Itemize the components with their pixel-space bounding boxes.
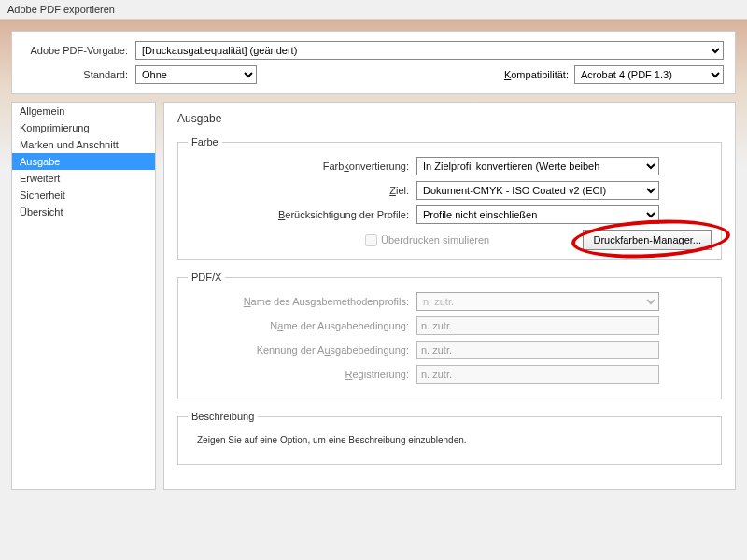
pdfx-condition-name-label: Name der Ausgabebedingung:Name der Ausga…: [188, 320, 416, 331]
target-select[interactable]: Dokument-CMYK - ISO Coated v2 (ECI): [416, 181, 659, 200]
color-legend: Farbe: [188, 136, 222, 147]
standard-select[interactable]: Ohne: [135, 65, 257, 84]
sidebar-item-erweitert[interactable]: Erweitert: [12, 170, 155, 187]
preset-label: Adobe PDF-Vorgabe:: [23, 45, 135, 56]
content-title: Ausgabe: [177, 112, 722, 125]
pdfx-registry-label: Registrierung:Registrierung:: [188, 369, 416, 380]
overprint-checkbox: [365, 234, 377, 246]
sidebar-item-komprimierung[interactable]: Komprimierung: [12, 119, 155, 136]
pdfx-registry-field: [416, 365, 659, 384]
sidebar: Allgemein Komprimierung Marken und Ansch…: [11, 102, 156, 490]
pdfx-condition-id-label: Kennung der Ausgabebedingung:Kennung der…: [188, 344, 416, 356]
color-group: Farbe Farbkonvertierung:Farbkonvertierun…: [177, 136, 722, 260]
description-group: Beschreibung Zeigen Sie auf eine Option,…: [177, 411, 722, 465]
pdfx-legend: PDF/X: [188, 272, 225, 283]
window-title: Adobe PDF exportieren: [7, 4, 115, 15]
sidebar-item-marken[interactable]: Marken und Anschnitt: [12, 136, 155, 153]
standard-label: Standard:: [23, 69, 135, 80]
description-legend: Beschreibung: [188, 411, 258, 422]
pdfx-condition-id-field: [416, 341, 659, 359]
profile-policy-label: Berücksichtigung der Profile:Berücksicht…: [188, 209, 416, 220]
top-panel: Adobe PDF-Vorgabe: [Druckausgabequalität…: [11, 31, 736, 94]
target-label: Ziel:Ziel:: [188, 185, 416, 196]
pdfx-condition-name-field: [416, 316, 659, 335]
overprint-label: Überdrucken simulierenÜberdrucken simuli…: [381, 234, 489, 245]
sidebar-item-sicherheit[interactable]: Sicherheit: [12, 187, 155, 203]
profile-policy-select[interactable]: Profile nicht einschließen: [416, 205, 659, 224]
sidebar-item-ausgabe[interactable]: Ausgabe: [12, 153, 155, 170]
pdfx-group: PDF/X Name des Ausgabemethodenprofils:Na…: [177, 272, 722, 399]
pdfx-profile-name-select: n. zutr.: [416, 292, 659, 311]
sidebar-item-allgemein[interactable]: Allgemein: [12, 103, 155, 119]
compat-label: KKompatibilität:ompatibilität:: [504, 69, 569, 80]
pdfx-profile-name-label: Name des Ausgabemethodenprofils:Name des…: [188, 296, 416, 307]
conversion-label: Farbkonvertierung:Farbkonvertierung:: [188, 161, 416, 172]
conversion-select[interactable]: In Zielprofil konvertieren (Werte beibeh: [416, 157, 659, 175]
preset-select[interactable]: [Druckausgabequalität] (geändert): [135, 41, 724, 60]
description-text: Zeigen Sie auf eine Option, um eine Besc…: [188, 431, 712, 455]
window-title-bar: Adobe PDF exportieren: [0, 0, 747, 20]
sidebar-item-uebersicht[interactable]: Übersicht: [12, 203, 155, 220]
content-panel: Ausgabe Farbe Farbkonvertierung:Farbkonv…: [163, 102, 736, 490]
ink-manager-button[interactable]: Druckfarben-Manager...Druckfarben-Manage…: [583, 230, 712, 250]
compat-select[interactable]: Acrobat 4 (PDF 1.3): [574, 65, 724, 84]
